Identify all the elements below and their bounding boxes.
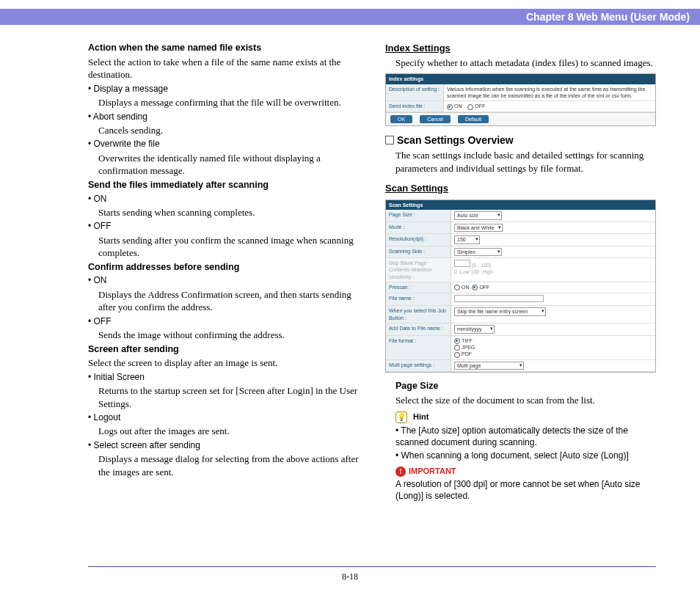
ss2-fmt-v: TIFF JPEG PDF	[451, 336, 655, 359]
bullet-select-screen: • Select screen after sending	[88, 439, 359, 451]
radio-icon[interactable]	[447, 104, 453, 110]
multipage-dropdown[interactable]: Multi page	[454, 362, 524, 370]
important-icon: !	[395, 467, 406, 477]
bullet-send-on: • ON	[88, 193, 359, 205]
ss2-prescan-l: Prescan :	[386, 282, 451, 292]
ss1-desc-label: Description of setting :	[386, 84, 444, 101]
desc-logout: Logs out after the images are sent.	[98, 425, 359, 438]
ss2-header: Scan Settings	[386, 200, 655, 210]
desc-send-on: Starts sending when scanning completes.	[98, 206, 359, 219]
desc-overwrite-file: Overwrites the identically named file wi…	[98, 152, 359, 178]
bullet-display-message: • Display a message	[88, 83, 359, 95]
sensitivity-field[interactable]	[454, 260, 470, 267]
ok-button[interactable]: OK	[390, 115, 412, 123]
date-dropdown[interactable]: mmddyyyy	[454, 325, 495, 333]
desc-initial-screen: Returns to the startup screen set for [S…	[98, 384, 359, 410]
right-column: Index Settings Specify whether to attach…	[385, 40, 656, 549]
default-button[interactable]: Default	[458, 115, 489, 123]
heading-action-same-file: Action when the same named file exists	[88, 42, 359, 54]
ss2-prescan-v: ON OFF	[451, 282, 655, 292]
radio-icon[interactable]	[472, 285, 478, 290]
ss2-job-l: When you select this Job Button :	[386, 306, 451, 323]
cancel-button[interactable]: Cancel	[420, 115, 451, 123]
ss2-pagesize-l: Page Size :	[386, 210, 451, 221]
ss1-header: Index settings	[386, 74, 655, 84]
page-content: Action when the same named file exists S…	[88, 40, 656, 549]
heading-send-immediately: Send the files immediately after scannin…	[88, 179, 359, 191]
page-number: 8-18	[0, 571, 700, 582]
bullet-abort-sending: • Abort sending	[88, 111, 359, 122]
heading-index-settings: Index Settings	[385, 42, 656, 55]
resolution-dropdown[interactable]: 150	[454, 235, 480, 244]
ss2-skip-hint: 0 :Low 100 :High	[454, 269, 493, 274]
desc-action-same-file: Select the action to take when a file of…	[88, 56, 359, 81]
ss2-res-l: Resolution(dpi) :	[386, 234, 451, 245]
ss2-pagesize-v: Auto size	[451, 210, 655, 221]
side-dropdown[interactable]: Simplex	[454, 248, 502, 256]
pagesize-dropdown[interactable]: Auto size	[454, 211, 502, 219]
ss2-skip-v: (0 - 100)0 :Low 100 :High	[451, 258, 655, 282]
ss1-send-val: ON OFF	[444, 101, 655, 111]
radio-icon[interactable]	[454, 338, 460, 344]
mode-dropdown[interactable]: Black and White	[454, 224, 503, 232]
radio-icon[interactable]	[454, 352, 460, 358]
desc-display-message: Displays a message confirming that the f…	[98, 96, 359, 109]
heading-page-size: Page Size	[395, 380, 656, 392]
overview-title-text: Scan Settings Overview	[397, 134, 514, 146]
ss2-fmt-l: File format :	[386, 336, 451, 359]
desc-page-size: Select the size of the document to scan …	[395, 394, 656, 407]
ss1-send-label: Send index file :	[386, 101, 444, 111]
heading-screen-after-sending: Screen after sending	[88, 343, 359, 356]
screenshot-index-settings: Index settings Description of setting : …	[385, 73, 656, 126]
hint-line-1: • The [Auto size] option automatically d…	[395, 425, 656, 448]
radio-icon[interactable]	[467, 104, 473, 110]
desc-confirm-off: Sends the image without confirming the a…	[98, 329, 359, 342]
ss2-fname-l: File name :	[386, 293, 451, 305]
ss2-fname-v	[451, 293, 655, 305]
footer-rule	[88, 566, 656, 567]
important-text: A resolution of [300 dpi] or more cannot…	[395, 478, 656, 502]
bullet-send-off: • OFF	[88, 220, 359, 232]
ss2-multi-l: Multi page settings :	[386, 360, 451, 371]
bullet-confirm-on: • ON	[88, 274, 359, 286]
desc-confirm-on: Displays the Address Confirmation screen…	[98, 288, 359, 314]
ss2-prescan-on: ON	[462, 285, 470, 290]
chapter-title: Chapter 8 Web Menu (User Mode)	[526, 11, 690, 23]
heading-confirm-addresses: Confirm addresses before sending	[88, 261, 359, 274]
ss2-skip-range: (0 - 100)	[472, 263, 491, 268]
bullet-confirm-off: • OFF	[88, 315, 359, 327]
ss2-date-v: mmddyyyy	[451, 323, 655, 334]
hint-line-2: • When scanning a long document, select …	[395, 450, 656, 461]
important-block: ! IMPORTANT	[395, 466, 656, 477]
hint-label-text: Hint	[413, 411, 429, 422]
ss2-prescan-off: OFF	[479, 285, 489, 290]
ss2-mode-l: Mode :	[386, 222, 451, 233]
screenshot-scan-settings: Scan Settings Page Size :Auto size Mode …	[385, 200, 656, 373]
ss2-mode-v: Black and White	[451, 222, 655, 233]
desc-screen-after-sending: Select the screen to display after an im…	[88, 356, 359, 370]
bullet-initial-screen: • Initial Screen	[88, 371, 359, 383]
left-column: Action when the same named file exists S…	[88, 40, 359, 549]
ss2-skip-l: Skip Blank Page Contents detection sensi…	[386, 258, 451, 282]
fmt-jpeg: JPEG	[462, 345, 475, 350]
ss2-res-v: 150	[451, 234, 655, 245]
important-label: IMPORTANT	[409, 466, 456, 477]
desc-select-screen: Displays a message dialog for selecting …	[98, 453, 359, 478]
chapter-header: Chapter 8 Web Menu (User Mode)	[0, 9, 700, 25]
desc-index-settings: Specify whether to attach metadata (inde…	[395, 56, 656, 70]
desc-send-off: Starts sending after you confirm the sca…	[98, 234, 359, 260]
desc-abort-sending: Cancels sending.	[98, 124, 359, 137]
bullet-logout: • Logout	[88, 411, 359, 423]
radio-icon[interactable]	[454, 345, 460, 351]
ss1-on: ON	[454, 103, 462, 109]
job-dropdown[interactable]: Skip the file name entry screen	[454, 307, 546, 315]
desc-scan-overview: The scan settings include basic and deta…	[395, 149, 656, 175]
ss2-multi-v: Multi page	[451, 360, 655, 371]
hint-icon: 💡	[395, 411, 407, 423]
ss2-date-l: Add Date to File name :	[386, 323, 451, 334]
ss2-side-l: Scanning Side :	[386, 246, 451, 257]
square-bullet-icon	[385, 136, 394, 144]
ss2-job-v: Skip the file name entry screen	[451, 306, 655, 323]
radio-icon[interactable]	[454, 285, 460, 290]
filename-field[interactable]	[454, 295, 544, 302]
